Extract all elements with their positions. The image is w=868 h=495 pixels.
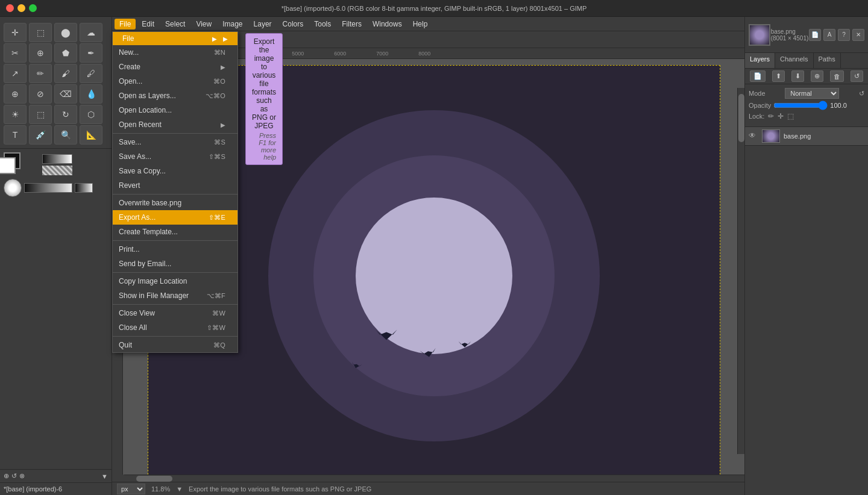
tool-paths[interactable]: ✒ (80, 43, 102, 63)
lock-pixels-icon[interactable]: ✏ (768, 112, 774, 120)
font-icon[interactable]: A (823, 29, 835, 41)
menu-view[interactable]: View (191, 19, 216, 30)
tool-text[interactable]: T (4, 125, 27, 145)
tab-paths[interactable]: Paths (814, 53, 841, 68)
menu-open-location[interactable]: Open Location... (113, 103, 237, 117)
tab-channels[interactable]: Channels (775, 53, 813, 68)
raise-layer-button[interactable]: ⬆ (772, 70, 785, 82)
duplicate-layer-button[interactable]: ⊕ (811, 70, 823, 82)
menu-export-as[interactable]: Export As... ⇧⌘E (113, 210, 237, 225)
config-icon[interactable]: ▼ (101, 473, 108, 480)
menu-show-manager[interactable]: Show in File Manager ⌥⌘F (113, 288, 237, 303)
menu-colors[interactable]: Colors (278, 19, 309, 30)
tooltip-hint: Press F1 for more help (252, 132, 276, 161)
menu-save[interactable]: Save... ⌘S (113, 135, 237, 149)
menu-send-email[interactable]: Send by Email... (113, 257, 237, 271)
window-title: *[base] (imported)-6.0 (RGB color 8-bit … (281, 5, 587, 12)
window-controls[interactable] (6, 4, 37, 12)
menu-edit[interactable]: Edit (137, 19, 159, 30)
tool-pencil[interactable]: ✏ (29, 64, 52, 83)
tool-blur[interactable]: 💧 (80, 84, 102, 104)
tool-rotate[interactable]: ↻ (54, 105, 77, 124)
scale-slider[interactable] (75, 183, 93, 193)
tool-rect-select[interactable]: ⬚ (29, 23, 52, 42)
tool-ink[interactable]: 🖋 (80, 64, 102, 83)
tool-flip[interactable]: ⬚ (29, 105, 52, 124)
background-color[interactable] (0, 157, 16, 174)
menu-save-copy[interactable]: Save a Copy... (113, 164, 237, 178)
menu-open[interactable]: Open... ⌘O (113, 74, 237, 89)
menu-create[interactable]: Create ▶ (113, 60, 237, 74)
delete-preset-icon[interactable]: ⊗ (19, 472, 25, 480)
tool-color-pick[interactable]: 💉 (29, 125, 52, 145)
unit-selector[interactable]: px mm inch (117, 484, 145, 494)
minimize-button[interactable] (17, 4, 25, 12)
menu-open-as-layers[interactable]: Open as Layers... ⌥⌘O (113, 89, 237, 103)
menu-close-all[interactable]: Close All ⇧⌘W (113, 320, 237, 335)
horizontal-scrollbar[interactable] (124, 475, 744, 482)
tool-fuzzy-select[interactable]: ⊕ (29, 43, 52, 63)
menu-layer[interactable]: Layer (249, 19, 277, 30)
tool-eraser[interactable]: ⌫ (54, 84, 77, 104)
menu-create-template[interactable]: Create Template... (113, 225, 237, 239)
menu-image[interactable]: Image (218, 19, 247, 30)
lock-position-icon[interactable]: ✛ (778, 112, 784, 120)
gradient-selector[interactable] (42, 154, 72, 164)
menu-help[interactable]: Help (408, 19, 433, 30)
mode-selector[interactable]: Normal Multiply Screen (785, 88, 839, 99)
tool-preset-icon[interactable]: ⊕ (4, 472, 9, 480)
brush-preview[interactable] (4, 179, 22, 197)
vscroll-thumb[interactable] (738, 94, 744, 142)
menu-print[interactable]: Print... (113, 242, 237, 257)
tool-paint[interactable]: 🖌 (54, 64, 77, 83)
tool-free-select[interactable]: ☁ (80, 23, 102, 42)
tool-scissors[interactable]: ✂ (4, 43, 27, 63)
tool-clone[interactable]: ⊘ (29, 84, 52, 104)
menu-save-as[interactable]: Save As... ⇧⌘S (113, 149, 237, 164)
menu-new[interactable]: New... ⌘N (113, 45, 237, 60)
tool-align[interactable]: ↗ (4, 64, 27, 83)
layer-visibility-icon[interactable]: 👁 (749, 131, 758, 141)
menu-select[interactable]: Select (160, 19, 190, 30)
tool-measure[interactable]: 📐 (80, 125, 102, 145)
lower-layer-button[interactable]: ⬇ (791, 70, 804, 82)
delete-layer-button[interactable]: 🗑 (830, 70, 844, 82)
menu-close-view[interactable]: Close View ⌘W (113, 306, 237, 320)
tool-heal[interactable]: ⊕ (4, 84, 27, 104)
help-icon[interactable]: ? (838, 29, 850, 41)
menu-filters[interactable]: Filters (337, 19, 366, 30)
hscroll-thumb[interactable] (136, 476, 172, 482)
tool-magnify[interactable]: 🔍 (54, 125, 77, 145)
reset-mode-icon[interactable]: ↺ (859, 90, 864, 98)
tool-scale[interactable]: ⬡ (80, 105, 102, 124)
canvas-tab-label: *[base] (imported)-6 (4, 485, 62, 493)
menu-tools[interactable]: Tools (309, 19, 336, 30)
vertical-scrollbar[interactable] (737, 88, 744, 454)
new-layer-button[interactable]: 📄 (750, 70, 766, 82)
panel-close-icon[interactable]: ✕ (852, 29, 864, 41)
restore-icon[interactable]: ↺ (11, 472, 17, 480)
menu-revert[interactable]: Revert (113, 178, 237, 193)
tool-move[interactable]: ✛ (4, 23, 27, 42)
menu-file[interactable]: File (115, 19, 136, 30)
menu-copy-location[interactable]: Copy Image Location (113, 274, 237, 288)
lock-alpha-icon[interactable]: ⬚ (787, 112, 794, 120)
tab-layers[interactable]: Layers (745, 53, 775, 68)
file-menu-header[interactable]: File ▶ (113, 32, 237, 45)
refresh-layer-button[interactable]: ↺ (851, 70, 863, 82)
tool-dodge[interactable]: ☀ (4, 105, 27, 124)
menu-quit[interactable]: Quit ⌘Q (113, 338, 237, 352)
opacity-slider[interactable] (24, 183, 72, 193)
maximize-button[interactable] (29, 4, 37, 12)
tool-ellipse-select[interactable]: ⬤ (54, 23, 77, 42)
menu-open-recent[interactable]: Open Recent ▶ (113, 117, 237, 132)
menu-overwrite[interactable]: Overwrite base.png (113, 196, 237, 210)
zoom-icon[interactable]: ▼ (176, 485, 183, 493)
menu-windows[interactable]: Windows (368, 19, 407, 30)
opacity-slider[interactable] (773, 101, 828, 110)
close-button[interactable] (6, 4, 14, 12)
tool-by-color[interactable]: ⬟ (54, 43, 77, 63)
pattern-selector[interactable] (42, 166, 72, 175)
layer-item[interactable]: 👁 base.png (745, 127, 868, 146)
new-image-icon[interactable]: 📄 (809, 29, 821, 41)
